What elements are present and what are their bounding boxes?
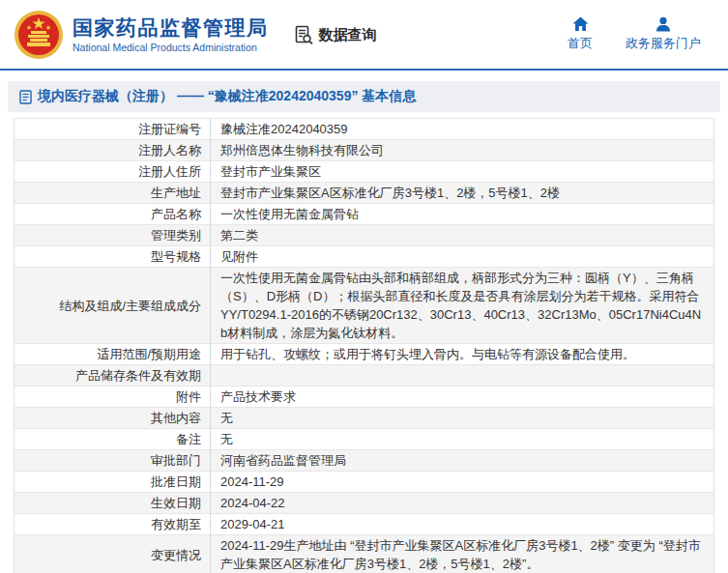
org-name-en: National Medical Products Administration xyxy=(73,41,269,54)
field-label: 产品名称 xyxy=(15,204,211,225)
field-value: 河南省药品监督管理局 xyxy=(211,450,714,472)
page-title-bar: 境内医疗器械（注册） —— “豫械注准20242040359” 基本信息 xyxy=(8,81,720,112)
table-row: 审批部门河南省药品监督管理局 xyxy=(15,450,714,472)
table-row: 有效期至2029-04-21 xyxy=(15,514,714,535)
registration-info-table-wrap: 注册证编号豫械注准20242040359注册人名称郑州倍恩体生物科技有限公司注册… xyxy=(14,118,714,573)
field-value: 一次性使用无菌金属骨钻 xyxy=(211,204,714,225)
table-row: 结构及组成/主要组成成分一次性使用无菌金属骨钻由头部和柄部组成，柄部形式分为三种… xyxy=(15,268,714,344)
field-label: 结构及组成/主要组成成分 xyxy=(15,268,211,344)
field-label: 备注 xyxy=(15,429,211,450)
table-row: 批准日期2024-11-29 xyxy=(15,472,714,493)
field-label: 附件 xyxy=(15,387,211,408)
field-label: 生产地址 xyxy=(15,183,211,204)
table-row: 附件产品技术要求 xyxy=(15,387,714,408)
user-icon xyxy=(655,16,671,32)
field-value: 2024-11-29生产地址由 “登封市产业集聚区A区标准化厂房3号楼1、2楼”… xyxy=(211,535,714,573)
org-name-cn: 国家药品监督管理局 xyxy=(73,15,269,41)
home-icon xyxy=(572,16,589,32)
table-row: 管理类别第二类 xyxy=(15,225,714,246)
nav-home-label: 首页 xyxy=(568,35,593,52)
data-query-label: 数据查询 xyxy=(319,26,377,44)
field-value xyxy=(211,365,714,387)
field-label: 管理类别 xyxy=(15,225,211,246)
nav-item-portal[interactable]: 政务服务门户 xyxy=(626,16,701,52)
field-label: 有效期至 xyxy=(15,514,211,535)
table-row: 产品储存条件及有效期 xyxy=(15,365,714,387)
national-emblem-icon xyxy=(14,10,64,60)
nav-item-home[interactable]: 首页 xyxy=(568,16,593,52)
field-label: 注册人名称 xyxy=(15,140,211,161)
field-value: 登封市产业集聚区 xyxy=(211,161,714,183)
table-row: 适用范围/预期用途用于钻孔、攻螺纹；或用于将钉头埋入骨内。与电钻等有源设备配合使… xyxy=(15,344,714,365)
data-query-button[interactable]: 数据查询 xyxy=(294,25,377,45)
table-row: 注册人住所登封市产业集聚区 xyxy=(15,161,714,183)
field-value: 登封市产业集聚区A区标准化厂房3号楼1、2楼，5号楼1、2楼 xyxy=(211,183,714,204)
field-value: 2029-04-21 xyxy=(211,514,714,535)
field-value: 见附件 xyxy=(211,246,714,268)
table-row: 变更情况2024-11-29生产地址由 “登封市产业集聚区A区标准化厂房3号楼1… xyxy=(15,535,714,573)
field-value: 2024-04-22 xyxy=(211,493,714,514)
table-row: 其他内容无 xyxy=(15,408,714,429)
info-table-body: 注册证编号豫械注准20242040359注册人名称郑州倍恩体生物科技有限公司注册… xyxy=(15,119,714,573)
field-label: 适用范围/预期用途 xyxy=(15,344,211,365)
nav-portal-label: 政务服务门户 xyxy=(626,35,701,52)
page-title: 境内医疗器械（注册） —— “豫械注准20242040359” 基本信息 xyxy=(38,88,416,105)
field-value: 无 xyxy=(211,429,714,450)
header-nav: 首页 政务服务门户 xyxy=(568,16,701,52)
field-value: 郑州倍恩体生物科技有限公司 xyxy=(211,140,714,161)
field-label: 批准日期 xyxy=(15,472,211,493)
field-label: 变更情况 xyxy=(15,535,211,573)
field-value: 无 xyxy=(211,408,714,429)
table-row: 注册人名称郑州倍恩体生物科技有限公司 xyxy=(15,140,714,161)
field-label: 注册人住所 xyxy=(15,161,211,183)
field-label: 其他内容 xyxy=(15,408,211,429)
field-label: 生效日期 xyxy=(15,493,211,514)
field-label: 注册证编号 xyxy=(15,119,211,140)
field-value: 第二类 xyxy=(211,225,714,246)
table-row: 备注无 xyxy=(15,429,714,450)
field-value: 一次性使用无菌金属骨钻由头部和柄部组成，柄部形式分为三种：圆柄（Y）、三角柄（S… xyxy=(211,268,714,344)
table-row: 生产地址登封市产业集聚区A区标准化厂房3号楼1、2楼，5号楼1、2楼 xyxy=(15,183,714,204)
field-value: 2024-11-29 xyxy=(211,472,714,493)
field-label: 产品储存条件及有效期 xyxy=(15,365,211,387)
registration-info-table: 注册证编号豫械注准20242040359注册人名称郑州倍恩体生物科技有限公司注册… xyxy=(14,118,714,573)
field-value: 产品技术要求 xyxy=(211,387,714,408)
table-row: 生效日期2024-04-22 xyxy=(15,493,714,514)
document-icon xyxy=(19,90,32,104)
table-row: 型号规格见附件 xyxy=(15,246,714,268)
table-row: 注册证编号豫械注准20242040359 xyxy=(15,119,714,140)
field-value: 豫械注准20242040359 xyxy=(211,119,714,140)
data-query-icon xyxy=(294,25,314,45)
table-row: 产品名称一次性使用无菌金属骨钻 xyxy=(15,204,714,225)
agency-logo: 国家药品监督管理局 National Medical Products Admi… xyxy=(14,10,269,60)
field-label: 型号规格 xyxy=(15,246,211,268)
field-label: 审批部门 xyxy=(15,450,211,472)
site-header: 国家药品监督管理局 National Medical Products Admi… xyxy=(0,0,728,71)
field-value: 用于钻孔、攻螺纹；或用于将钉头埋入骨内。与电钻等有源设备配合使用。 xyxy=(211,344,714,365)
